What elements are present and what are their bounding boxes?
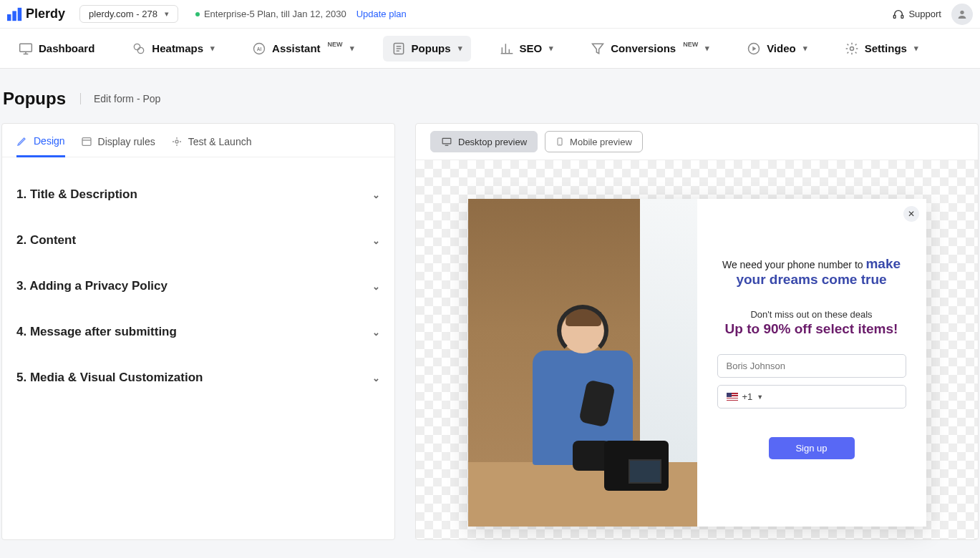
button-label: Desktop preview [458, 137, 527, 147]
svg-point-13 [850, 46, 853, 50]
popup-headline: We need your phone number to make your d… [722, 256, 901, 288]
accordion-label: 1. Title & Description [16, 187, 137, 202]
accordion-media-visual[interactable]: 5. Media & Visual Customization ⌄ [16, 355, 380, 401]
accordion-label: 5. Media & Visual Customization [16, 371, 203, 385]
pencil-icon [16, 135, 28, 147]
site-selector[interactable]: plerdy.com - 278 ▾ [79, 5, 178, 23]
circles-icon [132, 41, 146, 56]
window-icon [81, 136, 92, 147]
accordion-message-after-submit[interactable]: 4. Message after submitting ⌄ [16, 309, 380, 355]
popup-content: We need your phone number to make your d… [697, 199, 926, 527]
popup-subtext: Don't miss out on these deals [750, 309, 872, 320]
accordion-label: 2. Content [16, 233, 76, 248]
design-accordion: 1. Title & Description ⌄ 2. Content ⌄ 3.… [2, 157, 394, 415]
nav-label: SEO [520, 42, 543, 54]
nav-settings[interactable]: Settings ▾ [836, 36, 927, 62]
nav-assistant[interactable]: AI Assistant NEW ▾ [243, 36, 363, 62]
funnel-icon [591, 41, 605, 56]
new-badge: NEW [328, 41, 343, 48]
nav-heatmaps[interactable]: Heatmaps ▾ [123, 36, 223, 62]
popup-phone-input[interactable]: +1 ▼ [717, 385, 906, 408]
accordion-label: 3. Adding a Privacy Policy [16, 279, 168, 293]
brand-logo[interactable]: Plerdy [7, 6, 65, 21]
desktop-preview-button[interactable]: Desktop preview [430, 131, 538, 152]
nav-popups[interactable]: Popups ▾ [383, 36, 471, 62]
page-title: Popups [3, 89, 66, 109]
svg-rect-0 [7, 14, 11, 21]
tab-design[interactable]: Design [16, 135, 65, 157]
popup-preview: ✕ We need y [468, 199, 926, 527]
tab-label: Display rules [98, 136, 155, 147]
chevron-down-icon: ▾ [350, 44, 354, 53]
nav-label: Heatmaps [152, 42, 203, 54]
svg-rect-4 [901, 15, 903, 18]
accordion-content[interactable]: 2. Content ⌄ [16, 217, 380, 263]
svg-point-7 [135, 44, 140, 49]
user-avatar[interactable] [951, 4, 973, 25]
nav-label: Popups [412, 42, 451, 54]
play-icon [747, 41, 761, 56]
workspace: Design Display rules Test & Launch 1. Ti… [0, 123, 980, 554]
svg-rect-6 [20, 44, 32, 52]
accordion-title-description[interactable]: 1. Title & Description ⌄ [16, 172, 380, 217]
popup-headline-em2: your dreams come true [722, 272, 901, 288]
chevron-down-icon: ⌄ [372, 373, 380, 383]
accordion-privacy-policy[interactable]: 3. Adding a Privacy Policy ⌄ [16, 263, 380, 309]
chevron-down-icon: ⌄ [372, 281, 380, 292]
mobile-preview-button[interactable]: Mobile preview [545, 131, 643, 152]
svg-point-15 [175, 140, 178, 143]
svg-rect-2 [18, 7, 21, 20]
close-icon: ✕ [908, 209, 915, 219]
popup-promo: Up to 90% off select items! [725, 321, 898, 337]
preview-toggle-bar: Desktop preview Mobile preview [416, 124, 978, 160]
logo-bars-icon [7, 7, 23, 21]
popup-image-illustration [468, 199, 697, 527]
phone-prefix: +1 [742, 391, 753, 402]
tab-label: Design [34, 135, 65, 147]
update-plan-link[interactable]: Update plan [356, 9, 407, 19]
chevron-down-icon: ⌄ [372, 327, 380, 338]
nav-seo[interactable]: SEO ▾ [491, 36, 563, 62]
gear-icon [171, 136, 183, 147]
tab-label: Test & Launch [188, 136, 252, 147]
brand-name: Plerdy [26, 6, 65, 21]
new-badge: NEW [683, 41, 698, 48]
us-flag-icon [727, 393, 738, 401]
support-label: Support [908, 9, 941, 19]
nav-label: Conversions [611, 42, 676, 54]
nav-conversions[interactable]: Conversions NEW ▾ [582, 36, 718, 62]
tab-test-launch[interactable]: Test & Launch [171, 135, 252, 157]
chevron-down-icon: ▾ [458, 44, 462, 53]
page-header: Popups Edit form - Pop [0, 69, 980, 123]
gear-icon [845, 41, 859, 56]
popup-image [468, 199, 697, 527]
chevron-down-icon: ▼ [757, 393, 763, 401]
status-dot-icon [195, 12, 200, 16]
nav-dashboard[interactable]: Dashboard [10, 36, 103, 62]
chevron-down-icon: ▾ [210, 44, 215, 53]
chevron-down-icon: ▾ [165, 9, 169, 19]
nav-video[interactable]: Video ▾ [738, 36, 816, 62]
preview-canvas: ✕ We need y [416, 160, 978, 539]
editor-tabs: Design Display rules Test & Launch [2, 124, 394, 157]
nav-label: Dashboard [39, 42, 94, 54]
popup-signup-button[interactable]: Sign up [769, 437, 855, 459]
svg-text:AI: AI [257, 46, 262, 51]
headset-icon [893, 9, 904, 20]
nav-label: Assistant [272, 42, 321, 54]
tab-display-rules[interactable]: Display rules [81, 135, 155, 157]
button-label: Mobile preview [570, 137, 632, 147]
svg-rect-1 [12, 11, 16, 21]
support-link[interactable]: Support [893, 9, 941, 20]
svg-point-5 [960, 10, 964, 14]
popup-name-input[interactable] [717, 354, 906, 378]
mobile-icon [556, 136, 564, 147]
ai-icon: AI [252, 41, 266, 56]
person-icon [956, 9, 968, 20]
editor-panel: Design Display rules Test & Launch 1. Ti… [1, 123, 395, 540]
svg-rect-14 [82, 138, 91, 146]
chevron-down-icon: ▾ [803, 44, 807, 53]
svg-point-18 [560, 144, 561, 145]
popup-close-button[interactable]: ✕ [903, 206, 919, 222]
svg-rect-3 [894, 15, 896, 18]
